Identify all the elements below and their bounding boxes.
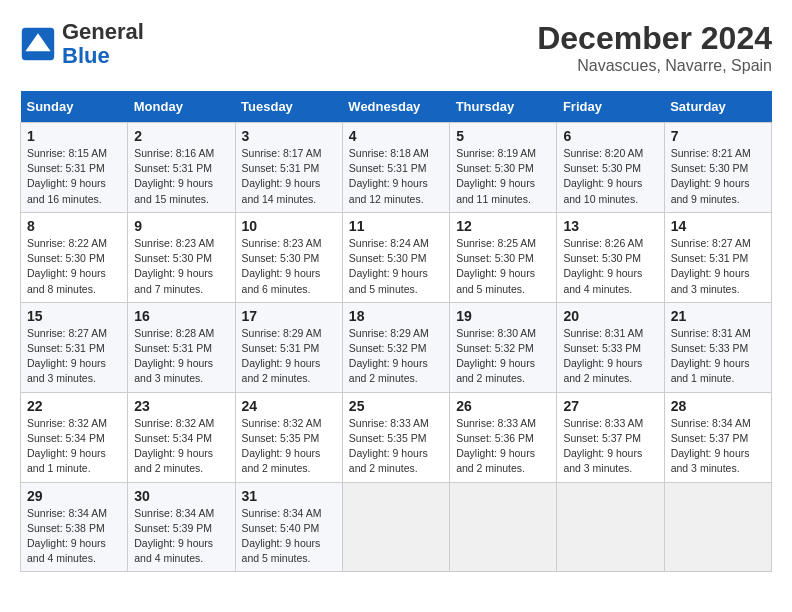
day-number: 14	[671, 218, 765, 234]
day-number: 13	[563, 218, 657, 234]
day-number: 17	[242, 308, 336, 324]
day-number: 26	[456, 398, 550, 414]
calendar-cell: 26Sunrise: 8:33 AMSunset: 5:36 PMDayligh…	[450, 392, 557, 482]
day-info: Sunrise: 8:25 AMSunset: 5:30 PMDaylight:…	[456, 236, 550, 297]
calendar-cell: 22Sunrise: 8:32 AMSunset: 5:34 PMDayligh…	[21, 392, 128, 482]
day-number: 12	[456, 218, 550, 234]
day-number: 27	[563, 398, 657, 414]
day-info: Sunrise: 8:28 AMSunset: 5:31 PMDaylight:…	[134, 326, 228, 387]
day-info: Sunrise: 8:22 AMSunset: 5:30 PMDaylight:…	[27, 236, 121, 297]
calendar-cell: 2Sunrise: 8:16 AMSunset: 5:31 PMDaylight…	[128, 123, 235, 213]
calendar-table: SundayMondayTuesdayWednesdayThursdayFrid…	[20, 91, 772, 572]
day-info: Sunrise: 8:29 AMSunset: 5:31 PMDaylight:…	[242, 326, 336, 387]
day-info: Sunrise: 8:33 AMSunset: 5:37 PMDaylight:…	[563, 416, 657, 477]
day-number: 11	[349, 218, 443, 234]
calendar-cell: 1Sunrise: 8:15 AMSunset: 5:31 PMDaylight…	[21, 123, 128, 213]
day-info: Sunrise: 8:33 AMSunset: 5:36 PMDaylight:…	[456, 416, 550, 477]
day-number: 15	[27, 308, 121, 324]
logo: General Blue	[20, 20, 144, 68]
calendar-cell: 17Sunrise: 8:29 AMSunset: 5:31 PMDayligh…	[235, 302, 342, 392]
calendar-cell: 6Sunrise: 8:20 AMSunset: 5:30 PMDaylight…	[557, 123, 664, 213]
day-number: 24	[242, 398, 336, 414]
calendar-cell: 21Sunrise: 8:31 AMSunset: 5:33 PMDayligh…	[664, 302, 771, 392]
day-number: 25	[349, 398, 443, 414]
day-info: Sunrise: 8:29 AMSunset: 5:32 PMDaylight:…	[349, 326, 443, 387]
calendar-cell: 24Sunrise: 8:32 AMSunset: 5:35 PMDayligh…	[235, 392, 342, 482]
calendar-cell: 14Sunrise: 8:27 AMSunset: 5:31 PMDayligh…	[664, 212, 771, 302]
calendar-cell: 20Sunrise: 8:31 AMSunset: 5:33 PMDayligh…	[557, 302, 664, 392]
day-number: 3	[242, 128, 336, 144]
day-info: Sunrise: 8:23 AMSunset: 5:30 PMDaylight:…	[242, 236, 336, 297]
calendar-cell: 25Sunrise: 8:33 AMSunset: 5:35 PMDayligh…	[342, 392, 449, 482]
weekday-header-sunday: Sunday	[21, 91, 128, 123]
calendar-cell: 8Sunrise: 8:22 AMSunset: 5:30 PMDaylight…	[21, 212, 128, 302]
calendar-cell: 11Sunrise: 8:24 AMSunset: 5:30 PMDayligh…	[342, 212, 449, 302]
calendar-cell	[664, 482, 771, 572]
logo-icon	[20, 26, 56, 62]
day-number: 19	[456, 308, 550, 324]
day-info: Sunrise: 8:27 AMSunset: 5:31 PMDaylight:…	[671, 236, 765, 297]
weekday-header-monday: Monday	[128, 91, 235, 123]
day-info: Sunrise: 8:21 AMSunset: 5:30 PMDaylight:…	[671, 146, 765, 207]
main-title: December 2024	[537, 20, 772, 57]
day-number: 7	[671, 128, 765, 144]
calendar-cell: 13Sunrise: 8:26 AMSunset: 5:30 PMDayligh…	[557, 212, 664, 302]
day-info: Sunrise: 8:34 AMSunset: 5:39 PMDaylight:…	[134, 506, 228, 567]
calendar-cell: 4Sunrise: 8:18 AMSunset: 5:31 PMDaylight…	[342, 123, 449, 213]
day-info: Sunrise: 8:34 AMSunset: 5:38 PMDaylight:…	[27, 506, 121, 567]
day-number: 1	[27, 128, 121, 144]
calendar-cell: 7Sunrise: 8:21 AMSunset: 5:30 PMDaylight…	[664, 123, 771, 213]
day-number: 16	[134, 308, 228, 324]
day-info: Sunrise: 8:34 AMSunset: 5:40 PMDaylight:…	[242, 506, 336, 567]
day-info: Sunrise: 8:27 AMSunset: 5:31 PMDaylight:…	[27, 326, 121, 387]
calendar-cell: 16Sunrise: 8:28 AMSunset: 5:31 PMDayligh…	[128, 302, 235, 392]
calendar-cell	[557, 482, 664, 572]
day-number: 22	[27, 398, 121, 414]
day-info: Sunrise: 8:19 AMSunset: 5:30 PMDaylight:…	[456, 146, 550, 207]
day-number: 31	[242, 488, 336, 504]
day-info: Sunrise: 8:18 AMSunset: 5:31 PMDaylight:…	[349, 146, 443, 207]
calendar-cell: 29Sunrise: 8:34 AMSunset: 5:38 PMDayligh…	[21, 482, 128, 572]
day-info: Sunrise: 8:24 AMSunset: 5:30 PMDaylight:…	[349, 236, 443, 297]
day-number: 18	[349, 308, 443, 324]
day-number: 21	[671, 308, 765, 324]
day-info: Sunrise: 8:30 AMSunset: 5:32 PMDaylight:…	[456, 326, 550, 387]
calendar-cell: 28Sunrise: 8:34 AMSunset: 5:37 PMDayligh…	[664, 392, 771, 482]
title-area: December 2024 Navascues, Navarre, Spain	[537, 20, 772, 75]
calendar-cell: 12Sunrise: 8:25 AMSunset: 5:30 PMDayligh…	[450, 212, 557, 302]
calendar-cell: 5Sunrise: 8:19 AMSunset: 5:30 PMDaylight…	[450, 123, 557, 213]
calendar-cell: 19Sunrise: 8:30 AMSunset: 5:32 PMDayligh…	[450, 302, 557, 392]
day-info: Sunrise: 8:34 AMSunset: 5:37 PMDaylight:…	[671, 416, 765, 477]
calendar-cell: 10Sunrise: 8:23 AMSunset: 5:30 PMDayligh…	[235, 212, 342, 302]
day-info: Sunrise: 8:26 AMSunset: 5:30 PMDaylight:…	[563, 236, 657, 297]
weekday-header-friday: Friday	[557, 91, 664, 123]
day-number: 20	[563, 308, 657, 324]
day-info: Sunrise: 8:15 AMSunset: 5:31 PMDaylight:…	[27, 146, 121, 207]
day-info: Sunrise: 8:32 AMSunset: 5:34 PMDaylight:…	[27, 416, 121, 477]
logo-text: General Blue	[62, 20, 144, 68]
day-info: Sunrise: 8:23 AMSunset: 5:30 PMDaylight:…	[134, 236, 228, 297]
day-info: Sunrise: 8:33 AMSunset: 5:35 PMDaylight:…	[349, 416, 443, 477]
day-number: 29	[27, 488, 121, 504]
day-info: Sunrise: 8:16 AMSunset: 5:31 PMDaylight:…	[134, 146, 228, 207]
calendar-cell: 3Sunrise: 8:17 AMSunset: 5:31 PMDaylight…	[235, 123, 342, 213]
day-number: 5	[456, 128, 550, 144]
calendar-cell	[342, 482, 449, 572]
calendar-cell: 9Sunrise: 8:23 AMSunset: 5:30 PMDaylight…	[128, 212, 235, 302]
day-info: Sunrise: 8:20 AMSunset: 5:30 PMDaylight:…	[563, 146, 657, 207]
weekday-header-thursday: Thursday	[450, 91, 557, 123]
weekday-header-tuesday: Tuesday	[235, 91, 342, 123]
day-number: 30	[134, 488, 228, 504]
day-info: Sunrise: 8:31 AMSunset: 5:33 PMDaylight:…	[671, 326, 765, 387]
calendar-cell: 31Sunrise: 8:34 AMSunset: 5:40 PMDayligh…	[235, 482, 342, 572]
header: General Blue December 2024 Navascues, Na…	[20, 20, 772, 75]
day-info: Sunrise: 8:32 AMSunset: 5:35 PMDaylight:…	[242, 416, 336, 477]
subtitle: Navascues, Navarre, Spain	[537, 57, 772, 75]
day-info: Sunrise: 8:31 AMSunset: 5:33 PMDaylight:…	[563, 326, 657, 387]
day-number: 9	[134, 218, 228, 234]
day-number: 8	[27, 218, 121, 234]
day-number: 28	[671, 398, 765, 414]
day-number: 10	[242, 218, 336, 234]
calendar-cell: 18Sunrise: 8:29 AMSunset: 5:32 PMDayligh…	[342, 302, 449, 392]
calendar-cell	[450, 482, 557, 572]
